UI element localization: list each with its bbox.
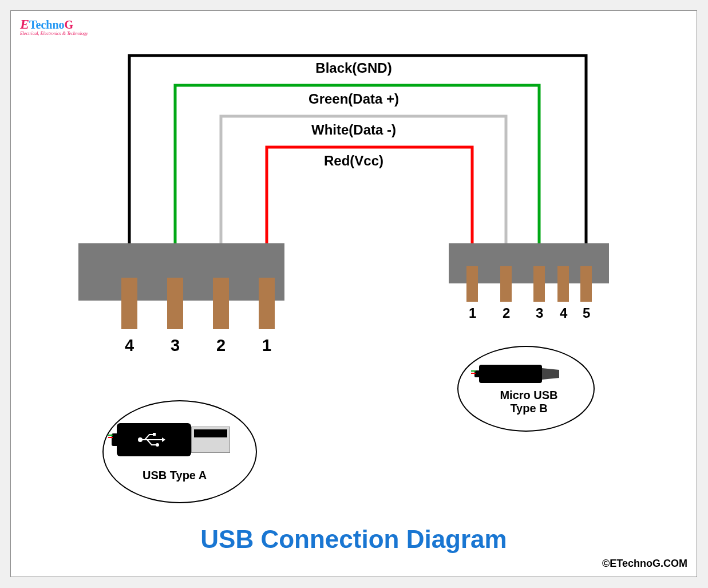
micro-usb-pin-label-3: 3 (536, 305, 543, 321)
diagram-title: USB Connection Diagram (200, 525, 507, 554)
svg-marker-2 (162, 437, 165, 442)
wire-label-green: Green(Data +) (308, 91, 399, 107)
usb-a-pin-label-3: 3 (171, 336, 180, 355)
usb-a-wire-stub-red (108, 437, 113, 438)
micro-usb-pin-4 (557, 266, 569, 302)
usb-a-pin-1 (259, 278, 275, 329)
logo-letter-g: G (65, 18, 74, 31)
usb-a-pin-label-1: 1 (262, 336, 271, 355)
micro-usb-pin-3 (533, 266, 545, 302)
micro-usb-wire-stub-green (471, 370, 476, 372)
micro-usb-pin-2 (500, 266, 512, 302)
micro-usb-pin-label-4: 4 (560, 305, 567, 321)
micro-usb-label: Micro USB Type B (495, 389, 563, 415)
wire-label-white: White(Data -) (311, 122, 396, 138)
micro-usb-pin-label-2: 2 (503, 305, 510, 321)
micro-usb-pin-1 (466, 266, 478, 302)
logo-text: ETechnoG (20, 17, 88, 32)
usb-a-pin-4 (121, 278, 137, 329)
usb-a-pin-label-2: 2 (216, 336, 226, 355)
logo-techno: Techno (29, 18, 65, 31)
wire-label-red: Red(Vcc) (324, 153, 383, 169)
logo-letter-e: E (20, 17, 29, 31)
usb-type-a-label: USB Type A (143, 469, 207, 482)
usb-a-plug-inner (194, 429, 227, 437)
usb-a-wire-stub-green (108, 435, 113, 436)
usb-a-pin-label-4: 4 (125, 336, 134, 355)
micro-usb-pin-label-1: 1 (469, 305, 476, 321)
micro-usb-wire-stub-red (471, 373, 476, 374)
usb-trident-icon (137, 432, 165, 448)
svg-point-4 (156, 443, 159, 447)
micro-usb-metal-plug (542, 368, 559, 380)
micro-usb-pin-label-5: 5 (583, 305, 590, 321)
usb-a-pin-3 (167, 278, 183, 329)
micro-usb-pin-5 (580, 266, 592, 302)
svg-rect-3 (153, 433, 156, 436)
usb-a-pin-2 (213, 278, 229, 329)
copyright-text: ©ETechnoG.COM (602, 558, 687, 570)
diagram-canvas: ETechnoG Electrical, Electronics & Techn… (10, 10, 697, 577)
micro-usb-plug-body (479, 365, 542, 383)
logo-tagline: Electrical, Electronics & Technology (20, 31, 88, 36)
logo: ETechnoG Electrical, Electronics & Techn… (20, 17, 88, 36)
wire-label-black: Black(GND) (315, 60, 391, 76)
